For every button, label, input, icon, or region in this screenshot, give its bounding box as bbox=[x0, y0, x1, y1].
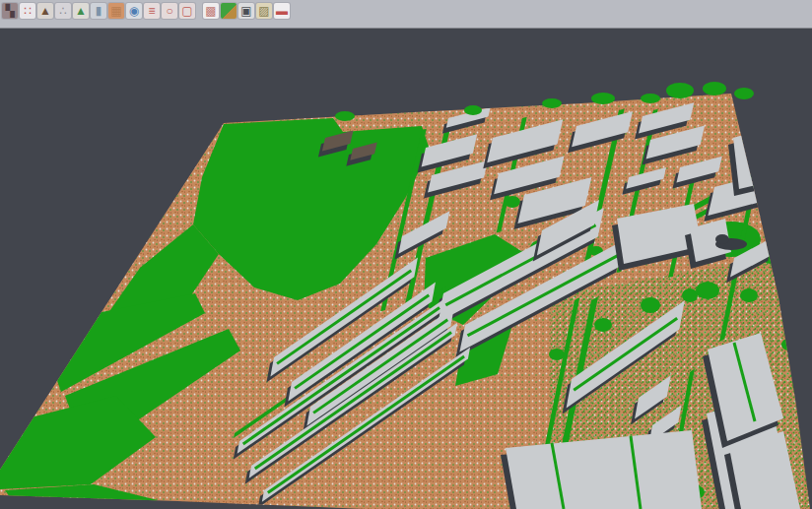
application-window: ▚∷▲∴▲▮▦◉≡○▢▩▣▨▬ bbox=[0, 0, 812, 509]
circle-select-icon[interactable]: ○ bbox=[162, 3, 177, 19]
profile-view-icon[interactable]: ▮ bbox=[91, 3, 106, 19]
open-project-icon[interactable]: ▚ bbox=[2, 3, 18, 19]
layer-stack-icon[interactable]: ≡ bbox=[144, 3, 160, 19]
orthomosaic-icon[interactable]: ▦ bbox=[108, 3, 124, 19]
dense-cloud-icon[interactable]: ◉ bbox=[126, 3, 142, 19]
point-cloud-scene bbox=[0, 0, 812, 509]
raster-grid-icon[interactable]: ▩ bbox=[203, 3, 219, 19]
align-points-icon[interactable]: ∷ bbox=[20, 3, 35, 19]
terrain-model-icon[interactable]: ▲ bbox=[37, 3, 53, 19]
classify-colors-icon[interactable] bbox=[221, 3, 237, 19]
rect-select-icon[interactable]: ▢ bbox=[179, 3, 195, 19]
toolbar: ▚∷▲∴▲▮▦◉≡○▢▩▣▨▬ bbox=[0, 0, 812, 29]
surface-mesh-icon[interactable]: ▲ bbox=[73, 3, 89, 19]
camera-views-icon[interactable]: ▣ bbox=[238, 3, 254, 19]
measure-notes-icon[interactable]: ▨ bbox=[256, 3, 272, 19]
viewport-3d[interactable] bbox=[0, 29, 812, 509]
flag-label-icon[interactable]: ▬ bbox=[274, 3, 290, 19]
point-cloud-icon[interactable]: ∴ bbox=[55, 3, 71, 19]
